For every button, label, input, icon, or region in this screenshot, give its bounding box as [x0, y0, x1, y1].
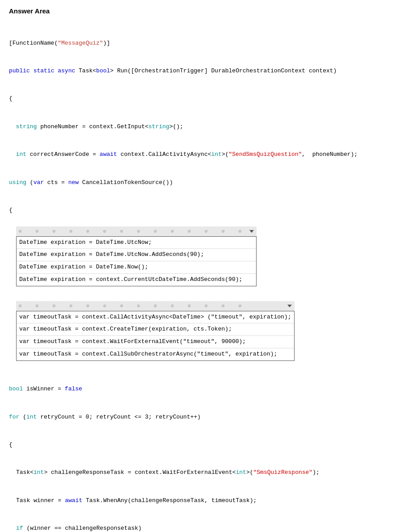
code-brace3: { [9, 440, 408, 450]
dropdown2-dots: ⊘ ⊘ ⊘ ⊘ ⊘ ⊘ ⊘ ⊘ ⊘ ⊘ ⊘ ⊘ ⊘ ⊘ [19, 303, 244, 309]
code-if-winner: if (winner == challengeResponsetask) [9, 524, 408, 532]
dropdown1-item-3[interactable]: DateTime expiration = DateTime.Now(); [17, 261, 256, 274]
code-line-function-attr: [FunctionName("MessageQuiz")] [9, 39, 408, 48]
code-line-string: string phoneNumber = context.GetInput<st… [9, 122, 408, 132]
dropdown1-dots: ⊘ ⊘ ⊘ ⊘ ⊘ ⊘ ⊘ ⊘ ⊘ ⊘ ⊘ ⊘ ⊘ ⊘ [19, 228, 244, 234]
dropdown1-trigger[interactable]: ⊘ ⊘ ⊘ ⊘ ⊘ ⊘ ⊘ ⊘ ⊘ ⊘ ⊘ ⊘ ⊘ ⊘ [16, 226, 257, 236]
code-task-winner: Task winner = await Task.WhenAny(challen… [9, 496, 408, 506]
dropdown1-item-2[interactable]: DateTime expiration = DateTime.UtcNow.Ad… [17, 249, 256, 261]
dropdown1[interactable]: ⊘ ⊘ ⊘ ⊘ ⊘ ⊘ ⊘ ⊘ ⊘ ⊘ ⊘ ⊘ ⊘ ⊘ DateTime exp… [16, 226, 257, 286]
dropdown2-item-1[interactable]: var timeoutTask = context.CallActivityAs… [17, 311, 294, 324]
code-line-int: int correctAnswerCode = await context.Ca… [9, 150, 408, 159]
dropdown2-arrow-icon [287, 305, 292, 307]
code-line-using: using (var cts = new CancellationTokenSo… [9, 178, 408, 188]
code-task: Task<int> challengeResponseTask = contex… [9, 468, 408, 478]
code-line-method-sig: public static async Task<bool> Run([Orch… [9, 67, 408, 76]
dropdown1-item-4[interactable]: DateTime expiration = context.CurrentUtc… [17, 274, 256, 286]
dropdown2-item-2[interactable]: var timeoutTask = context.CreateTimer(ex… [17, 323, 294, 336]
code-area-2 [9, 290, 408, 299]
code-line-brace2: { [9, 206, 408, 215]
code-for: for (int retryCount = 0; retryCount <= 3… [9, 413, 408, 422]
dropdown2-list: var timeoutTask = context.CallActivityAs… [16, 311, 295, 361]
dropdown2[interactable]: ⊘ ⊘ ⊘ ⊘ ⊘ ⊘ ⊘ ⊘ ⊘ ⊘ ⊘ ⊘ ⊘ ⊘ var timeoutT… [16, 301, 295, 361]
dropdown1-arrow-icon [249, 230, 254, 233]
dropdown1-item-1[interactable]: DateTime expiration = DateTime.UtcNow; [17, 237, 256, 249]
dropdown2-item-3[interactable]: var timeoutTask = context.WaitForExterna… [17, 336, 294, 348]
code-area: [FunctionName("MessageQuiz")] public sta… [9, 20, 408, 225]
code-area-3: bool isWinner = false for (int retryCoun… [9, 366, 408, 532]
dropdown2-trigger[interactable]: ⊘ ⊘ ⊘ ⊘ ⊘ ⊘ ⊘ ⊘ ⊘ ⊘ ⊘ ⊘ ⊘ ⊘ [16, 301, 295, 311]
code-line-brace1: { [9, 94, 408, 104]
code-bool: bool isWinner = false [9, 385, 408, 394]
dropdown1-list: DateTime expiration = DateTime.UtcNow; D… [16, 236, 257, 286]
page-title: Answer Area [9, 7, 408, 15]
dropdown2-item-4[interactable]: var timeoutTask = context.CallSubOrchest… [17, 348, 294, 360]
